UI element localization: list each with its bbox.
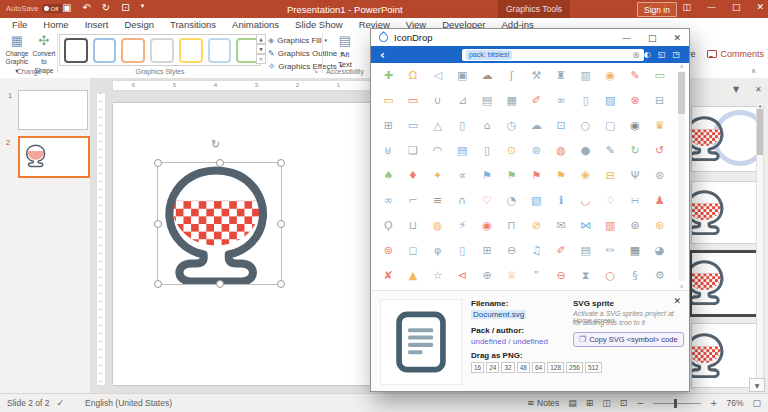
icon-flag-red[interactable]: ⚑ (531, 170, 541, 181)
icon-burger[interactable]: ≡ (433, 195, 442, 206)
icon-megaphone[interactable]: ◁ (433, 70, 441, 81)
icon-file-remove[interactable]: ↺ (655, 145, 664, 156)
icon-tree[interactable]: ♠ (383, 170, 393, 181)
customize-qat-icon[interactable]: ▾ (141, 2, 145, 13)
icon-glasses[interactable]: ∞ (384, 195, 393, 206)
icon-flower[interactable]: ❀ (581, 170, 590, 181)
icon-credit-card[interactable]: ▭ (408, 120, 418, 131)
collapse-ribbon-icon[interactable]: ∧ (751, 67, 756, 75)
icon-hourglass[interactable]: ⧗ (582, 270, 590, 281)
icon-music[interactable]: ♫ (531, 245, 541, 256)
design-close-icon[interactable]: ✕ (755, 85, 768, 94)
resize-handle-w[interactable] (154, 220, 162, 228)
icon-hydrant[interactable]: ♜ (556, 70, 566, 81)
icon-microphone[interactable]: φ (434, 245, 441, 256)
icon-controller[interactable]: ∺ (630, 195, 639, 206)
icon-grid-scrollbar[interactable]: ∧ ∨ (677, 63, 686, 289)
graphics-outline-button[interactable]: ✎ Graphics Outline ▾ (268, 47, 328, 59)
icondrop-minimize-icon[interactable]: — (622, 33, 631, 43)
undo-icon[interactable]: ↶ (82, 2, 90, 13)
icon-monitor[interactable]: ⊡ (556, 120, 565, 131)
icon-basketball[interactable]: ◉ (606, 70, 616, 81)
shrink-window-icon[interactable]: ◱ (658, 50, 666, 59)
gallery-more-icon[interactable]: ≡ (256, 54, 266, 64)
png-size-512[interactable]: 512 (585, 362, 602, 373)
slide-1-thumbnail[interactable] (18, 90, 88, 130)
style-swatch-#bdd7ee[interactable] (208, 38, 232, 63)
icon-document[interactable]: ▢ (605, 120, 615, 131)
slide-indicator[interactable]: Slide 2 of 2 (7, 398, 50, 408)
grid-scroll-down-icon[interactable]: ∨ (677, 283, 686, 289)
scroll-up-icon[interactable]: ▲ (757, 103, 763, 108)
icon-lamp[interactable]: ◍ (556, 145, 566, 156)
icon-link[interactable]: ⋈ (580, 220, 591, 231)
tab-Transitions[interactable]: Transitions (162, 18, 224, 31)
icondrop-close-icon[interactable]: ✕ (673, 33, 681, 43)
icon-folder[interactable]: ⊟ (606, 170, 615, 181)
icon-toolbox[interactable]: ⊔ (409, 220, 418, 231)
icon-pyramid[interactable]: ▲ (409, 270, 417, 281)
icon-star[interactable]: ☆ (433, 270, 443, 281)
graphics-effects-button[interactable]: ❖ Graphics Effects ▾ (268, 60, 328, 72)
resize-handle-sw[interactable] (154, 280, 162, 288)
icon-mask[interactable]: ◔ (507, 195, 517, 206)
icon-pie-chart[interactable]: ◕ (655, 245, 665, 256)
png-size-128[interactable]: 128 (547, 362, 564, 373)
design-suggestion-4[interactable] (691, 323, 757, 388)
pack-author-value[interactable]: undefined / undefined (471, 337, 548, 346)
dialog-launcher-icon[interactable]: ↘ (313, 67, 318, 74)
icon-pen[interactable]: ✐ (556, 245, 565, 256)
icon-server[interactable]: ▤ (457, 145, 467, 156)
icon-bucket[interactable]: ∪ (434, 95, 442, 106)
resize-handle-nw[interactable] (154, 159, 162, 167)
icon-map-pin[interactable]: ♦ (408, 170, 418, 181)
fit-to-window-icon[interactable]: ▢ (752, 398, 761, 408)
language-indicator[interactable]: English (United States) (85, 398, 172, 408)
icon-tent[interactable]: △ (433, 120, 441, 131)
icon-chart[interactable]: ▥ (580, 70, 590, 81)
scroll-down-button[interactable]: ▼ (749, 378, 765, 392)
icon-chat-alert[interactable]: ❏ (408, 145, 418, 156)
icon-piano[interactable]: ▦ (630, 245, 640, 256)
zoom-slider-thumb[interactable] (674, 399, 677, 408)
icon-calendar[interactable]: ▦ (506, 95, 516, 106)
icon-headphones[interactable]: ∩ (458, 195, 466, 206)
icon-brush[interactable]: ✐ (532, 95, 541, 106)
icon-bell[interactable]: Ω (409, 70, 417, 81)
gallery-up-icon[interactable]: ▲ (256, 34, 266, 44)
icon-file-sync[interactable]: ↻ (630, 145, 639, 156)
comments-button[interactable]: Comments (707, 49, 764, 59)
png-size-32[interactable]: 32 (501, 362, 514, 373)
icon-flag-yellow[interactable]: ⚑ (556, 170, 566, 181)
icon-flame[interactable]: ✦ (433, 170, 442, 181)
back-icon[interactable]: ‹ (380, 48, 385, 62)
icon-barrel[interactable]: ⊎ (384, 145, 392, 156)
icon-close-circle[interactable]: ⊗ (630, 95, 639, 106)
slideshow-icon[interactable]: ⊡ (620, 398, 628, 408)
icon-info[interactable]: ℹ (559, 195, 563, 206)
icon-crown[interactable]: ♛ (655, 120, 665, 131)
style-swatch-#ffd966[interactable] (179, 38, 203, 63)
minimize-icon[interactable]: — (707, 2, 716, 12)
icon-paperclip[interactable]: ʃ (510, 70, 514, 81)
design-pane-scrollbar[interactable]: ▲ (756, 102, 764, 382)
icon-medal-gold[interactable]: ⊚ (655, 220, 664, 231)
gallery-down-icon[interactable]: ▼ (256, 44, 266, 54)
icon-scroll[interactable]: § (632, 270, 638, 281)
search-input[interactable]: pack: bitsies! ⊗ (462, 49, 644, 61)
icon-pin[interactable]: ◉ (482, 220, 492, 231)
icon-dot[interactable]: ○ (581, 120, 591, 131)
icon-wheel[interactable]: ⊛ (655, 170, 664, 181)
icon-book[interactable]: ▤ (482, 95, 492, 106)
tab-Insert[interactable]: Insert (77, 18, 117, 31)
icon-pill-red[interactable]: ▭ (408, 95, 418, 106)
png-size-256[interactable]: 256 (566, 362, 583, 373)
icon-key[interactable]: Ϙ (384, 220, 393, 231)
zoom-level[interactable]: 76% (726, 398, 743, 408)
rotate-handle[interactable]: ↻ (211, 138, 220, 151)
icon-person[interactable]: ♟ (655, 195, 665, 206)
icon-camera[interactable]: ⊚ (532, 145, 541, 156)
png-size-64[interactable]: 64 (532, 362, 545, 373)
icon-cash[interactable]: ⊞ (482, 245, 491, 256)
tab-Home[interactable]: Home (35, 18, 76, 31)
